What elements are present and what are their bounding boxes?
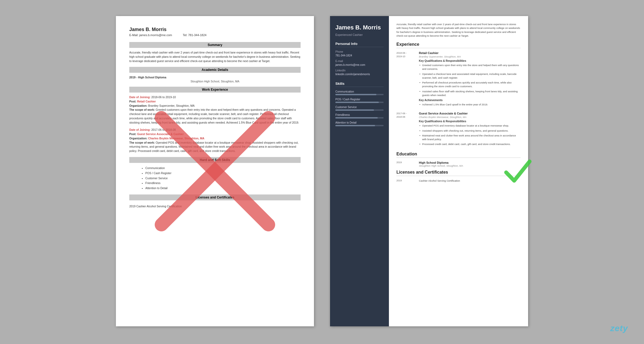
right-linkedin: linkedin.com/in/jamesbmorris: [335, 72, 384, 76]
right-exp-2-company: Charles Boykin Menswear, Stoughton, MA: [419, 116, 521, 119]
right-exp-2-bullet-4: Processed credit card, debit card, cash,…: [419, 142, 521, 146]
right-skills-title: Skills: [335, 82, 384, 87]
left-academic-degree: 2019 - High School Diploma: [129, 75, 301, 80]
right-phone: 781-344-1824: [335, 54, 384, 58]
right-licenses-title: Licenses and Certificates: [396, 170, 521, 176]
right-skill-customer: Customer Service: [335, 106, 384, 111]
right-title: Experienced Cashier: [335, 33, 384, 36]
right-exp-1-bullet-4: Assisted sales floor staff with stocking…: [419, 90, 521, 97]
right-exp-1-bullet-1: Greeted customers upon their entry into …: [419, 63, 521, 71]
right-main-content: Accurate, friendly retail cashier with o…: [389, 16, 528, 326]
right-cert-1-name: Cashier Alcohol Serving Certification: [419, 179, 460, 182]
left-name: James B. Morris: [129, 27, 301, 32]
right-edu-1-school: Stoughton High School, Stoughton, MA: [419, 164, 521, 167]
right-exp-2-title: Guest Service Associate & Cashier: [419, 112, 521, 115]
left-skills-header: Hard and Soft Skills: [129, 157, 301, 163]
right-skill-communication: Communication: [335, 90, 384, 95]
right-skill-friendliness: Friendliness: [335, 113, 384, 119]
right-exp-1: 2018-06 -2019-10 Retail Cashier Brantley…: [396, 51, 521, 108]
left-work-entry-1: Date of Joining: 2018-06 to 2019-10 Post…: [129, 95, 301, 125]
right-experience-title: Experience: [396, 42, 521, 48]
resume-right: James B. Morris Experienced Cashier Pers…: [330, 16, 528, 326]
left-skill-1: Communication: [145, 166, 301, 171]
right-cert-1: 2019 Cashier Alcohol Serving Certificati…: [396, 179, 521, 182]
right-edu-1: 2019 High School Diploma Stoughton High …: [396, 161, 521, 167]
left-skill-4: Friendliness: [145, 181, 301, 186]
right-exp-1-body: Retail Cashier Brantley Supercenter, Sto…: [419, 51, 521, 108]
left-work-entry-2: Date of Joining: 2017-06 to 2018-08 Post…: [129, 128, 301, 153]
right-exp-1-kq: Key Qualifications & Responsibilities: [419, 59, 521, 62]
right-education-title: Education: [396, 152, 521, 158]
left-licenses-header: Licenses and Certificates: [129, 194, 301, 200]
left-tel: Tel: 781-344-1824: [183, 33, 207, 37]
right-exp-2: 2017-06 -2018-06 Guest Service Associate…: [396, 112, 521, 147]
left-skill-3: Customer Service: [145, 176, 301, 181]
right-edu-1-body: High School Diploma Stoughton High Schoo…: [419, 161, 521, 167]
left-skill-2: POS / Cash Register: [145, 171, 301, 176]
left-skills-list: Communication POS / Cash Register Custom…: [129, 166, 301, 191]
right-phone-label: Phone: [335, 50, 384, 53]
right-linkedin-label: LinkedIn: [335, 69, 384, 72]
right-cert-1-date: 2019: [396, 179, 415, 182]
left-cert-text: 2019 Cashier Alcohol Serving Certificati…: [129, 203, 301, 208]
left-summary-header: Summary: [129, 42, 301, 48]
right-skill-attention: Attention to Detail: [335, 121, 384, 126]
right-exp-2-kq: Key Qualifications & Responsibilities: [419, 120, 521, 123]
right-personal-info-title: Personal Info: [335, 42, 384, 47]
right-exp-2-date: 2017-06 -2018-06: [396, 112, 415, 147]
left-summary-text: Accurate, friendly retail cashier with o…: [129, 51, 301, 63]
right-exp-1-achievement-1: Achieved 1.5% Blue Card upsell in the en…: [419, 103, 521, 106]
right-summary: Accurate, friendly retail cashier with o…: [396, 22, 521, 38]
right-exp-1-bullet-2: Operated a checkout lane and associated …: [419, 72, 521, 80]
right-exp-1-bullet-3: Performed all checkout procedures quickl…: [419, 81, 521, 89]
right-sidebar: James B. Morris Experienced Cashier Pers…: [330, 16, 389, 326]
zety-watermark: zety: [610, 323, 628, 333]
right-email: james.b.morris@me.com: [335, 63, 384, 67]
left-contact: E-Mail: james.b.morris@me.com Tel: 781-3…: [129, 33, 301, 37]
right-exp-1-achievements-title: Key Achievements: [419, 99, 521, 102]
left-skill-5: Attention to Detail: [145, 186, 301, 191]
left-academic-header: Academic Details: [129, 67, 301, 73]
right-exp-2-bullet-1: Operated POS and inventory database loca…: [419, 124, 521, 128]
right-name: James B. Morris: [335, 24, 384, 31]
right-exp-2-bullet-3: Maintained neat and clutter-free work ar…: [419, 134, 521, 142]
right-exp-1-title: Retail Cashier: [419, 51, 521, 55]
right-exp-2-body: Guest Service Associate & Cashier Charle…: [419, 112, 521, 147]
left-work-header: Work Experience: [129, 87, 301, 93]
right-exp-1-company: Brantley Supercenter, Stoughton, MA: [419, 55, 521, 58]
right-email-label: E-mail: [335, 60, 384, 63]
left-academic-school: Stoughton High School, Stoughton, MA: [129, 80, 301, 83]
left-email: E-Mail: james.b.morris@me.com: [129, 33, 172, 37]
right-edu-1-degree: High School Diploma: [419, 161, 521, 164]
right-exp-2-bullet-2: Assisted shoppers with checking out, ret…: [419, 129, 521, 133]
right-edu-1-date: 2019: [396, 161, 415, 167]
right-skill-pos: POS / Cash Register: [335, 98, 384, 103]
resume-left: James B. Morris E-Mail: james.b.morris@m…: [116, 16, 314, 326]
right-exp-1-date: 2018-06 -2019-10: [396, 51, 415, 108]
